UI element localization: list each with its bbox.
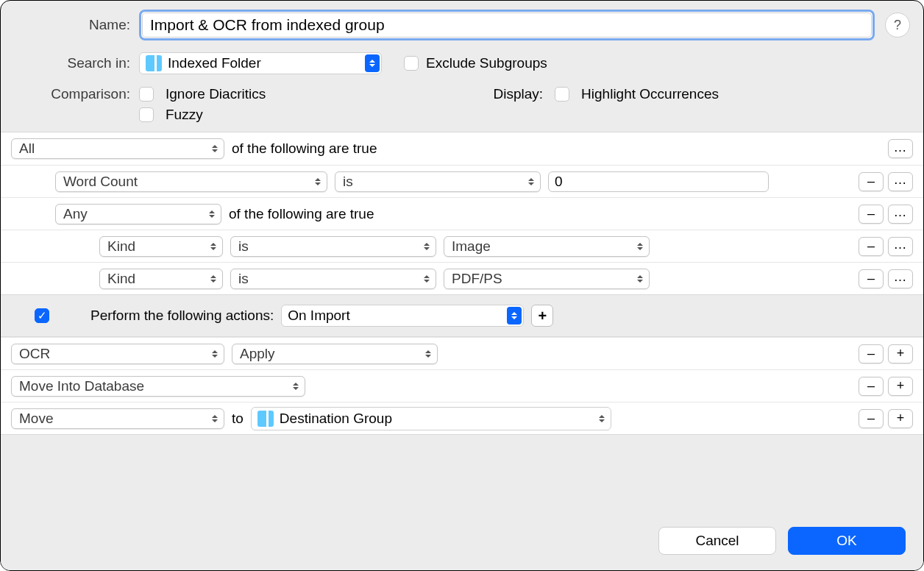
rule-root: All of the following are true [1, 132, 923, 165]
destination-value: Destination Group [280, 411, 392, 427]
options-button[interactable] [888, 237, 913, 256]
value-text: PDF/PS [452, 271, 502, 287]
chevron-up-down-icon [419, 271, 434, 287]
highlight-checkbox[interactable] [555, 87, 569, 102]
value-select[interactable]: PDF/PS [444, 269, 650, 289]
name-row: Name: ? [14, 10, 910, 40]
root-quantifier-value: All [19, 141, 35, 157]
chevron-up-down-icon [365, 54, 380, 72]
operator-select[interactable]: is [230, 236, 436, 257]
search-in-row: Search in: Indexed Folder Exclude Subgro… [14, 52, 910, 74]
options-button[interactable] [888, 172, 913, 191]
remove-rule-button[interactable]: – [859, 205, 884, 224]
action-param-select[interactable]: Apply [232, 344, 438, 364]
action-name-value: Move [19, 411, 53, 427]
operator-select[interactable]: is [335, 171, 541, 192]
operator-value: is [238, 271, 249, 287]
remove-rule-button[interactable]: – [859, 237, 884, 256]
name-input-focus-ring [139, 10, 875, 40]
trigger-select[interactable]: On Import [281, 305, 524, 327]
action-name-select[interactable]: Move Into Database [11, 376, 305, 397]
chevron-up-down-icon [206, 271, 221, 287]
nested-quantifier-value: Any [63, 206, 88, 222]
display-option: Display: Highlight Occurrences [494, 86, 719, 102]
remove-action-button[interactable]: – [859, 409, 884, 428]
add-trigger-button[interactable]: + [531, 305, 553, 327]
value-input[interactable] [548, 171, 769, 192]
options-button[interactable] [888, 139, 913, 158]
action-ocr: OCR Apply – + [1, 337, 923, 369]
ignore-diacritics-label: Ignore Diacritics [166, 86, 266, 102]
chevron-up-down-icon [206, 238, 221, 255]
remove-action-button[interactable]: – [859, 377, 884, 396]
remove-action-button[interactable]: – [859, 344, 884, 363]
chevron-up-down-icon [419, 238, 434, 255]
comparison-options: Ignore Diacritics Fuzzy [139, 86, 266, 123]
operator-value: is [238, 238, 249, 255]
field-value: Kind [107, 238, 135, 255]
add-action-button[interactable]: + [888, 344, 913, 363]
nested-quantifier-select[interactable]: Any [55, 204, 221, 224]
field-select[interactable]: Kind [99, 269, 223, 289]
remove-rule-button[interactable]: – [859, 269, 884, 288]
rule-word-count: Word Count is – [1, 165, 923, 197]
destination-select[interactable]: Destination Group [251, 407, 611, 430]
chevron-up-down-icon [594, 409, 609, 428]
add-action-button[interactable]: + [888, 377, 913, 396]
top-form: Name: ? Search in: Indexed Folder Exclud… [1, 1, 923, 132]
action-name-value: Move Into Database [19, 378, 144, 394]
perform-actions-label: Perform the following actions: [90, 308, 274, 324]
chevron-up-down-icon [288, 378, 303, 394]
field-select[interactable]: Kind [99, 236, 223, 257]
to-label: to [232, 411, 244, 427]
ok-button[interactable]: OK [788, 527, 906, 555]
search-in-value: Indexed Folder [168, 55, 261, 71]
comparison-label: Comparison: [14, 86, 139, 102]
folder-icon [257, 411, 274, 427]
name-input[interactable] [142, 13, 872, 38]
highlight-label: Highlight Occurrences [581, 86, 719, 102]
fuzzy-label: Fuzzy [166, 107, 203, 123]
search-in-select[interactable]: Indexed Folder [139, 52, 382, 74]
fuzzy-checkbox[interactable] [139, 107, 154, 122]
search-in-label: Search in: [14, 55, 139, 71]
value-select[interactable]: Image [444, 236, 650, 257]
options-button[interactable] [888, 205, 913, 224]
actions-header: Perform the following actions: On Import… [1, 295, 923, 336]
action-name-value: OCR [19, 346, 50, 362]
following-true-text: of the following are true [232, 141, 377, 157]
action-name-select[interactable]: OCR [11, 344, 224, 364]
operator-value: is [343, 174, 353, 190]
rule-kind-pdf: Kind is PDF/PS – [1, 262, 923, 294]
action-param-value: Apply [240, 346, 275, 362]
exclude-subgroups-label: Exclude Subgroups [426, 55, 547, 71]
rule-nested-group: Any of the following are true – [1, 197, 923, 230]
ignore-diacritics-checkbox[interactable] [139, 87, 154, 102]
cancel-button[interactable]: Cancel [658, 527, 776, 555]
value-text: Image [452, 238, 491, 255]
field-select[interactable]: Word Count [55, 171, 327, 192]
chevron-up-down-icon [207, 346, 222, 362]
rules-area: All of the following are true Word Count… [1, 132, 923, 295]
chevron-up-down-icon [633, 271, 647, 287]
root-quantifier-select[interactable]: All [11, 138, 224, 159]
action-name-select[interactable]: Move [11, 408, 224, 429]
fuzzy-option: Fuzzy [139, 107, 266, 123]
options-button[interactable] [888, 269, 913, 288]
following-true-text: of the following are true [229, 206, 374, 222]
add-action-button[interactable]: + [888, 409, 913, 428]
chevron-up-down-icon [633, 238, 647, 255]
chevron-up-down-icon [207, 411, 222, 427]
help-button[interactable]: ? [885, 13, 910, 38]
perform-actions-checkbox[interactable] [35, 308, 49, 323]
ignore-diacritics-option: Ignore Diacritics [139, 86, 266, 102]
display-label: Display: [494, 86, 544, 102]
remove-rule-button[interactable]: – [859, 172, 884, 191]
action-move-into-db: Move Into Database – + [1, 369, 923, 402]
rule-kind-image: Kind is Image – [1, 230, 923, 262]
comparison-row: Comparison: Ignore Diacritics Fuzzy Disp… [14, 86, 910, 123]
exclude-subgroups-checkbox[interactable] [404, 56, 419, 71]
operator-select[interactable]: is [230, 269, 436, 289]
action-move: Move to Destination Group – + [1, 402, 923, 434]
name-label: Name: [14, 17, 139, 33]
